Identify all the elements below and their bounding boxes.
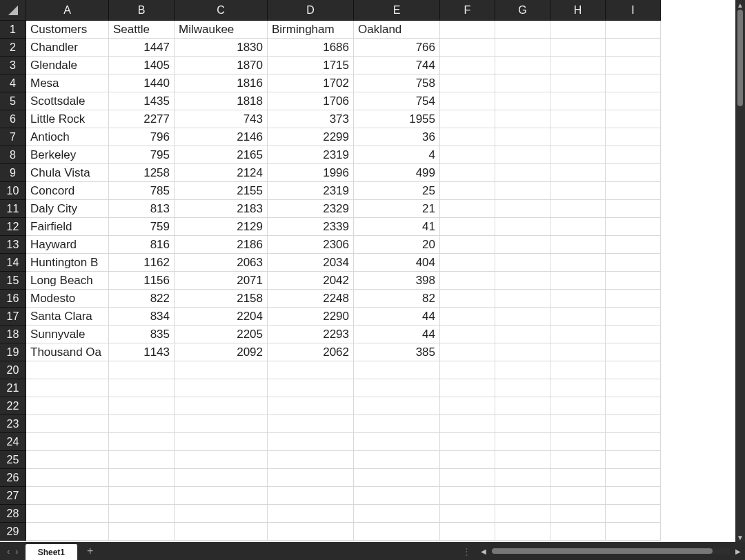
column-header-A[interactable]: A bbox=[26, 0, 109, 21]
cell-H21[interactable] bbox=[550, 379, 606, 397]
cell-C25[interactable] bbox=[175, 451, 268, 469]
cell-E19[interactable]: 385 bbox=[354, 343, 440, 361]
cell-C17[interactable]: 2204 bbox=[175, 308, 268, 326]
row-header-13[interactable]: 13 bbox=[0, 236, 26, 254]
cell-I8[interactable] bbox=[606, 146, 661, 164]
cell-E17[interactable]: 44 bbox=[354, 308, 440, 326]
cell-G19[interactable] bbox=[495, 343, 550, 361]
cell-F4[interactable] bbox=[440, 74, 495, 92]
cell-F3[interactable] bbox=[440, 57, 495, 74]
cell-C7[interactable]: 2146 bbox=[175, 128, 268, 146]
cell-E3[interactable]: 744 bbox=[354, 57, 440, 74]
cell-E23[interactable] bbox=[354, 415, 440, 433]
cell-F16[interactable] bbox=[440, 290, 495, 308]
row-header-15[interactable]: 15 bbox=[0, 272, 26, 290]
cell-E26[interactable] bbox=[354, 469, 440, 487]
cell-B5[interactable]: 1435 bbox=[109, 92, 175, 110]
cell-A7[interactable]: Antioch bbox=[26, 128, 109, 146]
cell-I3[interactable] bbox=[606, 57, 661, 74]
cell-D5[interactable]: 1706 bbox=[268, 92, 354, 110]
cell-D2[interactable]: 1686 bbox=[268, 39, 354, 57]
cell-F5[interactable] bbox=[440, 92, 495, 110]
cell-H18[interactable] bbox=[550, 326, 606, 343]
cell-E10[interactable]: 25 bbox=[354, 182, 440, 200]
cell-H28[interactable] bbox=[550, 505, 606, 523]
cell-F21[interactable] bbox=[440, 379, 495, 397]
cell-G8[interactable] bbox=[495, 146, 550, 164]
scroll-down-icon[interactable]: ▼ bbox=[735, 532, 745, 542]
cell-I15[interactable] bbox=[606, 272, 661, 290]
cell-H3[interactable] bbox=[550, 57, 606, 74]
cell-D17[interactable]: 2290 bbox=[268, 308, 354, 326]
cell-D28[interactable] bbox=[268, 505, 354, 523]
cell-F11[interactable] bbox=[440, 200, 495, 218]
cell-G16[interactable] bbox=[495, 290, 550, 308]
cell-A9[interactable]: Chula Vista bbox=[26, 164, 109, 182]
cell-B10[interactable]: 785 bbox=[109, 182, 175, 200]
cell-H8[interactable] bbox=[550, 146, 606, 164]
cell-G23[interactable] bbox=[495, 415, 550, 433]
scroll-left-icon[interactable]: ◀ bbox=[478, 548, 489, 555]
cell-E27[interactable] bbox=[354, 487, 440, 505]
cell-A20[interactable] bbox=[26, 361, 109, 379]
cell-F15[interactable] bbox=[440, 272, 495, 290]
cell-B6[interactable]: 2277 bbox=[109, 110, 175, 128]
cell-I12[interactable] bbox=[606, 218, 661, 236]
cell-B22[interactable] bbox=[109, 397, 175, 415]
cell-E20[interactable] bbox=[354, 361, 440, 379]
cell-G12[interactable] bbox=[495, 218, 550, 236]
cell-E13[interactable]: 20 bbox=[354, 236, 440, 254]
cell-E24[interactable] bbox=[354, 433, 440, 451]
row-header-6[interactable]: 6 bbox=[0, 110, 26, 128]
cell-D6[interactable]: 373 bbox=[268, 110, 354, 128]
add-sheet-button[interactable]: + bbox=[77, 542, 103, 560]
cell-D1[interactable]: Birmingham bbox=[268, 21, 354, 39]
cell-D21[interactable] bbox=[268, 379, 354, 397]
cell-H11[interactable] bbox=[550, 200, 606, 218]
cell-I17[interactable] bbox=[606, 308, 661, 326]
cell-A4[interactable]: Mesa bbox=[26, 74, 109, 92]
cell-A26[interactable] bbox=[26, 469, 109, 487]
cell-G22[interactable] bbox=[495, 397, 550, 415]
cell-C5[interactable]: 1818 bbox=[175, 92, 268, 110]
cell-I18[interactable] bbox=[606, 326, 661, 343]
cell-D11[interactable]: 2329 bbox=[268, 200, 354, 218]
cell-G15[interactable] bbox=[495, 272, 550, 290]
cell-I7[interactable] bbox=[606, 128, 661, 146]
cell-F20[interactable] bbox=[440, 361, 495, 379]
select-all-corner[interactable] bbox=[0, 0, 26, 21]
cell-C14[interactable]: 2063 bbox=[175, 254, 268, 272]
row-header-22[interactable]: 22 bbox=[0, 397, 26, 415]
cell-B18[interactable]: 835 bbox=[109, 326, 175, 343]
cell-A25[interactable] bbox=[26, 451, 109, 469]
cell-E11[interactable]: 21 bbox=[354, 200, 440, 218]
cell-I29[interactable] bbox=[606, 523, 661, 541]
cell-E4[interactable]: 758 bbox=[354, 74, 440, 92]
cell-G11[interactable] bbox=[495, 200, 550, 218]
cell-H16[interactable] bbox=[550, 290, 606, 308]
cell-B1[interactable]: Seattle bbox=[109, 21, 175, 39]
cell-G20[interactable] bbox=[495, 361, 550, 379]
row-header-12[interactable]: 12 bbox=[0, 218, 26, 236]
cell-A24[interactable] bbox=[26, 433, 109, 451]
cell-B17[interactable]: 834 bbox=[109, 308, 175, 326]
cell-F29[interactable] bbox=[440, 523, 495, 541]
cell-B29[interactable] bbox=[109, 523, 175, 541]
row-header-11[interactable]: 11 bbox=[0, 200, 26, 218]
row-header-16[interactable]: 16 bbox=[0, 290, 26, 308]
row-header-9[interactable]: 9 bbox=[0, 164, 26, 182]
cell-H6[interactable] bbox=[550, 110, 606, 128]
cell-G29[interactable] bbox=[495, 523, 550, 541]
cell-C27[interactable] bbox=[175, 487, 268, 505]
cell-I16[interactable] bbox=[606, 290, 661, 308]
cell-H29[interactable] bbox=[550, 523, 606, 541]
cell-B16[interactable]: 822 bbox=[109, 290, 175, 308]
cell-F9[interactable] bbox=[440, 164, 495, 182]
row-header-27[interactable]: 27 bbox=[0, 487, 26, 505]
cell-F19[interactable] bbox=[440, 343, 495, 361]
cell-C1[interactable]: Milwaukee bbox=[175, 21, 268, 39]
cell-G14[interactable] bbox=[495, 254, 550, 272]
cell-A1[interactable]: Customers bbox=[26, 21, 109, 39]
cell-B14[interactable]: 1162 bbox=[109, 254, 175, 272]
cell-A16[interactable]: Modesto bbox=[26, 290, 109, 308]
